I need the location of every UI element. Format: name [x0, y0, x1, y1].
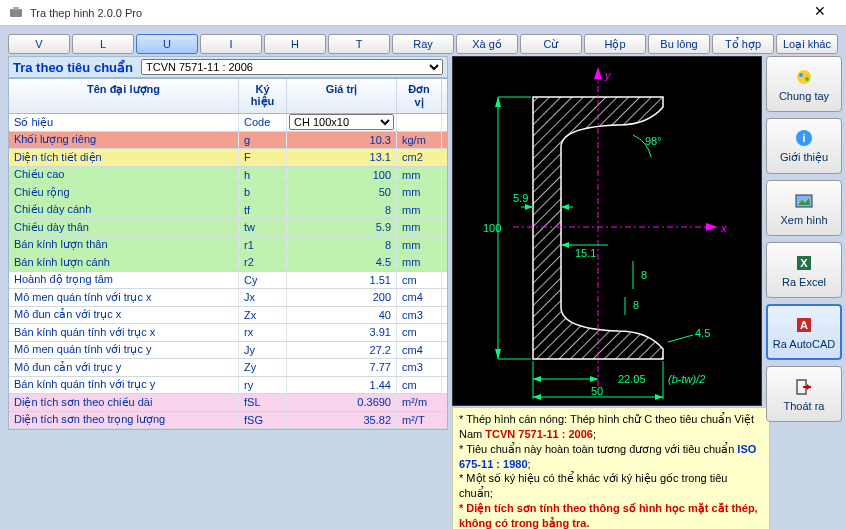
standard-label: Tra theo tiêu chuẩn [13, 60, 133, 75]
table-row: Diện tích sơn theo trọng lượngfSG35.82m²… [9, 412, 447, 430]
hands-icon [794, 67, 814, 87]
svg-marker-10 [495, 97, 501, 107]
xem-hinh-button[interactable]: Xem hình [766, 180, 842, 236]
svg-marker-54 [807, 384, 811, 390]
svg-rect-0 [10, 9, 22, 17]
svg-marker-18 [561, 204, 569, 210]
table-row: Hoành độ trọng tâmCy1.51cm [9, 272, 447, 290]
table-row: Mô đun cản với trục yZy7.77cm3 [9, 359, 447, 377]
image-icon [794, 191, 814, 211]
svg-marker-16 [525, 204, 533, 210]
svg-text:8: 8 [633, 299, 639, 311]
table-row: Bán kính quán tính với trục yry1.44cm [9, 377, 447, 395]
svg-text:8: 8 [641, 269, 647, 281]
tab-h[interactable]: H [264, 34, 326, 54]
table-row: Diện tích sơn theo chiều dàifSL0.3690m²/… [9, 394, 447, 412]
table-row: Bán kính quán tính với trục xrx3.91cm [9, 324, 447, 342]
svg-point-43 [805, 77, 809, 81]
svg-marker-31 [533, 376, 541, 382]
table-row: Chiều dày thântw5.9mm [9, 219, 447, 237]
notes-panel: * Thép hình cán nóng: Thép hình chữ C th… [452, 407, 770, 529]
svg-marker-32 [590, 376, 598, 382]
svg-point-41 [797, 70, 811, 84]
action-panel: Chung tay iGiới thiệu Xem hình XRa Excel… [766, 56, 842, 529]
table-row: Khối lượng riêngg10.3kg/m [9, 132, 447, 150]
svg-text:98°: 98° [645, 135, 662, 147]
svg-marker-11 [495, 349, 501, 359]
tab-xà gồ[interactable]: Xà gồ [456, 34, 518, 54]
autocad-icon: A [794, 315, 814, 335]
table-row: Chiều rộngb50mm [9, 184, 447, 202]
tab-tổ hợp[interactable]: Tổ hợp [712, 34, 774, 54]
svg-text:100: 100 [483, 222, 501, 234]
svg-text:50: 50 [591, 385, 603, 397]
ra-autocad-button[interactable]: ARa AutoCAD [766, 304, 842, 360]
col-val: Giá trị [287, 79, 397, 113]
col-unit: Đơn vị [397, 79, 442, 113]
svg-text:x: x [720, 222, 727, 234]
thoat-ra-button[interactable]: Thoát ra [766, 366, 842, 422]
svg-text:15.1: 15.1 [575, 247, 596, 259]
table-row: Chiều dày cánhtf8mm [9, 202, 447, 220]
table-row: Diện tích tiết diệnF13.1cm2 [9, 149, 447, 167]
svg-marker-37 [655, 394, 663, 400]
properties-grid: Tên đại lượng Ký hiệu Giá trị Đơn vị Số … [8, 78, 448, 430]
svg-text:X: X [800, 257, 808, 269]
tab-v[interactable]: V [8, 34, 70, 54]
tab-bar: VLUIHTRayXà gồCừHộpBu lôngTổ hợpLoại khá… [0, 26, 846, 56]
app-icon [8, 5, 24, 21]
table-row: Mô men quán tính với trục xJx200cm4 [9, 289, 447, 307]
close-button[interactable]: ✕ [802, 3, 838, 23]
tab-u[interactable]: U [136, 34, 198, 54]
svg-point-42 [799, 73, 803, 77]
info-icon: i [794, 128, 814, 148]
svg-text:A: A [800, 319, 808, 331]
svg-line-28 [668, 335, 693, 342]
svg-rect-1 [13, 7, 19, 10]
tab-ray[interactable]: Ray [392, 34, 454, 54]
note-std1: TCVN 7571-11 : 2006 [485, 428, 593, 440]
code-select[interactable]: CH 100x10 [289, 114, 394, 130]
tab-cừ[interactable]: Cừ [520, 34, 582, 54]
svg-text:5.9: 5.9 [513, 192, 528, 204]
ra-excel-button[interactable]: XRa Excel [766, 242, 842, 298]
table-row: Chiều caoh100mm [9, 167, 447, 185]
table-row: Số hiệuCodeCH 100x10 [9, 114, 447, 132]
svg-text:y: y [604, 69, 612, 81]
note-warn: * Diện tích sơn tính theo thông số hình … [459, 502, 758, 529]
col-sym: Ký hiệu [239, 79, 287, 113]
window-title: Tra thep hinh 2.0.0 Pro [30, 7, 802, 19]
svg-text:22.05: 22.05 [618, 373, 646, 385]
svg-marker-4 [594, 67, 602, 79]
svg-text:i: i [802, 132, 805, 144]
section-diagram: y x 100 5.9 98° 15.1 [452, 56, 762, 406]
exit-icon [794, 377, 814, 397]
svg-marker-36 [533, 394, 541, 400]
svg-marker-7 [706, 223, 718, 231]
svg-marker-22 [561, 242, 569, 248]
col-name: Tên đại lượng [9, 79, 239, 113]
excel-icon: X [794, 253, 814, 273]
table-row: Mô men quán tính với trục yJy27.2cm4 [9, 342, 447, 360]
tab-hộp[interactable]: Hộp [584, 34, 646, 54]
standard-row: Tra theo tiêu chuẩn TCVN 7571-11 : 2006 [8, 56, 448, 78]
grid-header: Tên đại lượng Ký hiệu Giá trị Đơn vị [9, 79, 447, 114]
table-row: Bán kính lượn cánhr24.5mm [9, 254, 447, 272]
tab-l[interactable]: L [72, 34, 134, 54]
gioi-thieu-button[interactable]: iGiới thiệu [766, 118, 842, 174]
standard-select[interactable]: TCVN 7571-11 : 2006 [141, 59, 443, 75]
tab-bu lông[interactable]: Bu lông [648, 34, 710, 54]
tab-t[interactable]: T [328, 34, 390, 54]
svg-text:4.5: 4.5 [695, 327, 710, 339]
tab-i[interactable]: I [200, 34, 262, 54]
titlebar: Tra thep hinh 2.0.0 Pro ✕ [0, 0, 846, 26]
table-row: Bán kính lượn thânr18mm [9, 237, 447, 255]
table-row: Mô đun cản với trục xZx40cm3 [9, 307, 447, 325]
chung-tay-button[interactable]: Chung tay [766, 56, 842, 112]
svg-rect-46 [796, 195, 812, 207]
tab-loại khác[interactable]: Loại khác [776, 34, 838, 54]
svg-text:(b-tw)/2: (b-tw)/2 [668, 373, 705, 385]
